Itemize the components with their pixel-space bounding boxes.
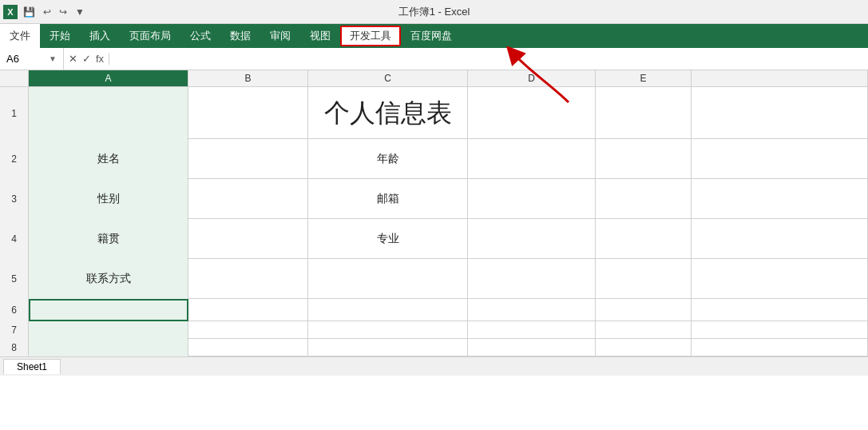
row-num-header-spacer bbox=[0, 70, 29, 86]
cell-C6[interactable] bbox=[308, 299, 468, 321]
formula-bar: A6 ▼ ✕ ✓ fx bbox=[0, 48, 868, 70]
sheet-tabs: Sheet1 bbox=[0, 356, 868, 376]
grid-row-4: 4 籍贯 专业 bbox=[0, 219, 868, 259]
cell-E1[interactable] bbox=[596, 87, 692, 139]
tab-pagelayout[interactable]: 页面布局 bbox=[120, 24, 180, 48]
cell-D4[interactable] bbox=[468, 219, 596, 259]
tab-formulas[interactable]: 公式 bbox=[180, 24, 220, 48]
row-num-1: 1 bbox=[0, 87, 29, 139]
tab-home[interactable]: 开始 bbox=[40, 24, 80, 48]
title-bar: X 💾 ↩ ↪ ▼ 工作簿1 - Excel bbox=[0, 0, 868, 24]
cell-C2[interactable]: 年龄 bbox=[308, 139, 468, 179]
cell-A6[interactable] bbox=[29, 299, 188, 321]
redo-button[interactable]: ↪ bbox=[57, 6, 69, 18]
cell-ref-dropdown-icon[interactable]: ▼ bbox=[49, 54, 57, 63]
undo-button[interactable]: ↩ bbox=[41, 6, 54, 18]
cell-D7[interactable] bbox=[468, 321, 596, 339]
cell-D6[interactable] bbox=[468, 299, 596, 321]
save-quick-button[interactable]: 💾 bbox=[21, 6, 38, 18]
grid-row-5: 5 联系方式 bbox=[0, 259, 868, 299]
cell-D5[interactable] bbox=[468, 259, 596, 299]
cell-B1[interactable] bbox=[188, 87, 308, 139]
row-num-7: 7 bbox=[0, 321, 29, 339]
tab-developer[interactable]: 开发工具 bbox=[340, 26, 401, 46]
tab-insert[interactable]: 插入 bbox=[80, 24, 120, 48]
row-num-4: 4 bbox=[0, 219, 29, 259]
cell-D2[interactable] bbox=[468, 139, 596, 179]
cell-extra-5 bbox=[692, 259, 868, 299]
cell-extra-1 bbox=[692, 87, 868, 139]
col-header-E[interactable]: E bbox=[596, 70, 692, 86]
cell-extra-3 bbox=[692, 179, 868, 219]
grid-row-6: 6 bbox=[0, 299, 868, 321]
cell-E7[interactable] bbox=[596, 321, 692, 339]
col-header-A[interactable]: A bbox=[29, 70, 188, 86]
cell-E5[interactable] bbox=[596, 259, 692, 299]
cell-C5[interactable] bbox=[308, 259, 468, 299]
cell-reference-box[interactable]: A6 ▼ bbox=[0, 48, 64, 70]
cell-A2[interactable]: 姓名 bbox=[29, 139, 188, 179]
grid-row-7: 7 bbox=[0, 321, 868, 339]
cell-E3[interactable] bbox=[596, 179, 692, 219]
tab-data[interactable]: 数据 bbox=[220, 24, 260, 48]
col-header-D[interactable]: D bbox=[468, 70, 596, 86]
cell-D1[interactable] bbox=[468, 87, 596, 139]
cell-A5[interactable]: 联系方式 bbox=[29, 259, 188, 299]
ribbon-tabs: 文件 开始 插入 页面布局 公式 数据 审阅 视图 开发工具 百度网盘 bbox=[0, 24, 868, 48]
cancel-formula-button[interactable]: ✕ bbox=[69, 53, 77, 65]
tab-file[interactable]: 文件 bbox=[0, 24, 40, 48]
row-num-3: 3 bbox=[0, 179, 29, 219]
quick-access-more[interactable]: ▼ bbox=[73, 6, 87, 18]
row-num-6: 6 bbox=[0, 299, 29, 321]
row-num-2: 2 bbox=[0, 139, 29, 179]
tab-baidu[interactable]: 百度网盘 bbox=[401, 24, 462, 48]
window-title: 工作簿1 - Excel bbox=[398, 5, 470, 19]
formula-control-buttons: ✕ ✓ fx bbox=[64, 53, 109, 65]
row-num-5: 5 bbox=[0, 259, 29, 299]
cell-A8[interactable] bbox=[29, 339, 188, 356]
col-header-C[interactable]: C bbox=[308, 70, 468, 86]
cell-B3[interactable] bbox=[188, 179, 308, 219]
cell-ref-value: A6 bbox=[6, 53, 19, 65]
cell-E4[interactable] bbox=[596, 219, 692, 259]
cell-extra-7 bbox=[692, 321, 868, 339]
cell-C4[interactable]: 专业 bbox=[308, 219, 468, 259]
grid-row-1: 1 个人信息表 bbox=[0, 87, 868, 139]
cell-C8[interactable] bbox=[308, 339, 468, 356]
cell-E6[interactable] bbox=[596, 299, 692, 321]
row-num-8: 8 bbox=[0, 339, 29, 356]
cell-A7[interactable] bbox=[29, 321, 188, 339]
cell-D8[interactable] bbox=[468, 339, 596, 356]
excel-logo-icon: X bbox=[3, 5, 18, 19]
cell-E2[interactable] bbox=[596, 139, 692, 179]
cell-A4[interactable]: 籍贯 bbox=[29, 219, 188, 259]
cell-E8[interactable] bbox=[596, 339, 692, 356]
tab-view[interactable]: 视图 bbox=[300, 24, 340, 48]
cell-C7[interactable] bbox=[308, 321, 468, 339]
tab-review[interactable]: 审阅 bbox=[260, 24, 300, 48]
cell-C1[interactable]: 个人信息表 bbox=[308, 87, 468, 139]
grid-row-8: 8 bbox=[0, 339, 868, 356]
column-headers: A B C D E bbox=[0, 70, 868, 87]
cell-extra-4 bbox=[692, 219, 868, 259]
grid-row-2: 2 姓名 年龄 bbox=[0, 139, 868, 179]
cell-extra-6 bbox=[692, 299, 868, 321]
cell-extra-8 bbox=[692, 339, 868, 356]
cell-D3[interactable] bbox=[468, 179, 596, 219]
col-header-more bbox=[692, 70, 868, 86]
title-icons: X 💾 ↩ ↪ ▼ bbox=[0, 5, 87, 19]
confirm-formula-button[interactable]: ✓ bbox=[82, 53, 91, 65]
insert-function-button[interactable]: fx bbox=[96, 53, 104, 65]
cell-C3[interactable]: 邮箱 bbox=[308, 179, 468, 219]
cell-B7[interactable] bbox=[188, 321, 308, 339]
cell-A3[interactable]: 性别 bbox=[29, 179, 188, 219]
cell-A1[interactable] bbox=[29, 87, 188, 139]
spreadsheet-area: A B C D E 1 个人信息表 2 姓名 年龄 3 性别 邮箱 4 bbox=[0, 70, 868, 356]
cell-B8[interactable] bbox=[188, 339, 308, 356]
col-header-B[interactable]: B bbox=[188, 70, 308, 86]
cell-B4[interactable] bbox=[188, 219, 308, 259]
cell-B2[interactable] bbox=[188, 139, 308, 179]
sheet-tab-1[interactable]: Sheet1 bbox=[3, 359, 61, 374]
cell-B6[interactable] bbox=[188, 299, 308, 321]
cell-B5[interactable] bbox=[188, 259, 308, 299]
